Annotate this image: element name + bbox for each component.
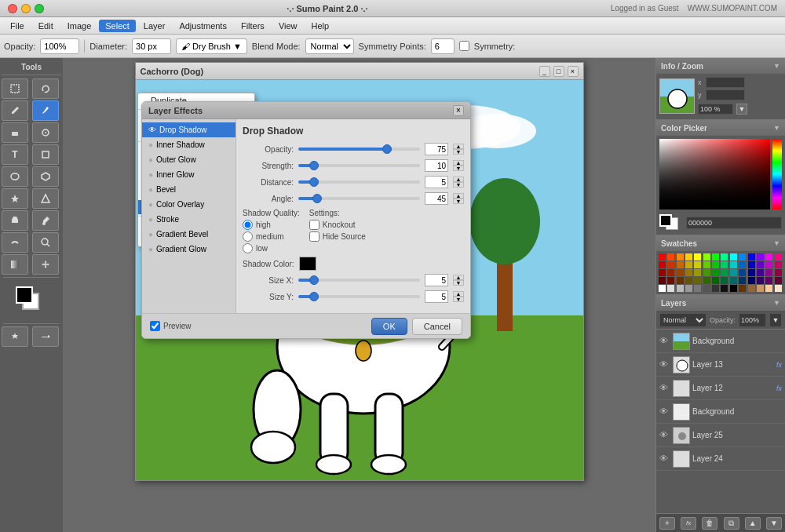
layer-item[interactable]: 👁 Layer 25 [656, 424, 785, 447]
layer-item[interactable]: 👁 Layer 24 [656, 447, 785, 471]
angle-up[interactable]: ▲ [453, 193, 464, 199]
swatch-item[interactable] [677, 285, 684, 292]
tool-gradient[interactable] [2, 254, 28, 275]
swatch-item[interactable] [677, 253, 684, 261]
swatch-item[interactable] [775, 277, 782, 284]
swatch-item[interactable] [677, 261, 684, 268]
swatch-item[interactable] [765, 253, 772, 261]
swatch-item[interactable] [694, 285, 701, 292]
size-x-down[interactable]: ▼ [453, 280, 464, 286]
swatch-item[interactable] [703, 253, 710, 261]
swatch-item[interactable] [712, 253, 719, 261]
swatch-item[interactable] [739, 269, 746, 276]
swatch-item[interactable] [765, 269, 772, 276]
swatch-item[interactable] [739, 285, 746, 292]
hue-spectrum[interactable] [772, 139, 782, 210]
quality-high[interactable]: high [243, 220, 300, 230]
swatch-item[interactable] [757, 285, 764, 292]
swatch-item[interactable] [765, 277, 772, 284]
swatch-item[interactable] [748, 277, 755, 284]
swatch-item[interactable] [703, 285, 710, 292]
shadow-color-swatch[interactable] [299, 257, 316, 271]
effect-color-overlay[interactable]: ● Color Overlay [142, 197, 236, 212]
hex-input[interactable] [686, 217, 782, 229]
swatch-item[interactable] [739, 277, 746, 284]
swatch-item[interactable] [659, 253, 666, 261]
opacity-input[interactable] [40, 38, 79, 54]
layer-item[interactable]: 👁 Background [656, 330, 785, 353]
tool-custom[interactable] [32, 188, 59, 209]
swatch-item[interactable] [775, 285, 782, 292]
angle-spin[interactable]: ▲ ▼ [453, 193, 464, 204]
x-coord-input[interactable] [706, 77, 745, 88]
opacity-down[interactable]: ▼ [453, 149, 464, 155]
effect-drop-shadow[interactable]: 👁 Drop Shadow [142, 122, 236, 137]
brush-selector[interactable]: 🖌 Dry Brush ▼ [176, 38, 247, 54]
swatch-item[interactable] [703, 269, 710, 276]
symmetry-checkbox[interactable] [459, 41, 469, 51]
quality-medium-radio[interactable] [243, 231, 253, 242]
tool-lasso[interactable] [32, 78, 59, 99]
opacity-up[interactable]: ▲ [453, 144, 464, 149]
distance-value[interactable] [425, 176, 448, 188]
swatch-item[interactable] [667, 277, 674, 284]
size-y-up[interactable]: ▲ [453, 291, 464, 297]
menu-file[interactable]: File [4, 20, 31, 32]
swatch-item[interactable] [712, 285, 719, 292]
angle-down[interactable]: ▼ [453, 199, 464, 204]
quality-medium[interactable]: medium [243, 231, 300, 242]
minimize-button[interactable] [21, 4, 31, 13]
swatch-item[interactable] [765, 261, 772, 268]
menu-layer[interactable]: Layer [137, 20, 172, 32]
layer-opacity-input[interactable] [739, 313, 766, 327]
swatch-item[interactable] [677, 277, 684, 284]
canvas-window-controls[interactable]: _ □ × [539, 66, 579, 77]
layer-item[interactable]: 👁 Background [656, 400, 785, 424]
window-controls[interactable] [8, 4, 44, 13]
swatch-item[interactable] [685, 261, 692, 268]
layer-visibility-icon[interactable]: 👁 [659, 336, 670, 347]
effect-inner-shadow[interactable]: ● Inner Shadow [142, 137, 236, 152]
tool-clone[interactable] [32, 122, 59, 143]
size-x-value[interactable] [425, 274, 448, 286]
swatch-item[interactable] [730, 261, 737, 268]
layer-fx-btn[interactable]: fx [681, 517, 696, 530]
swatch-item[interactable] [775, 253, 782, 261]
swatch-item[interactable] [721, 269, 728, 276]
distance-slider[interactable] [298, 180, 420, 184]
menu-filters[interactable]: Filters [235, 20, 271, 32]
swatches-header[interactable]: Swatches ▼ [656, 235, 785, 251]
tool-eraser[interactable] [2, 122, 28, 143]
swatch-item[interactable] [748, 285, 755, 292]
move-up-btn[interactable]: ▲ [745, 517, 761, 530]
maximize-button[interactable] [35, 4, 44, 13]
swatch-item[interactable] [659, 261, 666, 268]
hide-source-checkbox[interactable] [309, 231, 319, 242]
layer-opacity-dropdown[interactable]: ▼ [769, 313, 782, 327]
tool-bucket[interactable] [2, 210, 28, 231]
effect-outer-glow[interactable]: ● Outer Glow [142, 152, 236, 167]
canvas-max-btn[interactable]: □ [553, 66, 564, 77]
swatch-item[interactable] [730, 269, 737, 276]
move-down-btn[interactable]: ▼ [766, 517, 782, 530]
swatch-item[interactable] [765, 285, 772, 292]
swatch-item[interactable] [694, 269, 701, 276]
swatch-item[interactable] [775, 269, 782, 276]
layer-visibility-icon[interactable]: 👁 [659, 430, 670, 441]
swatch-item[interactable] [712, 277, 719, 284]
duplicate-layer-btn[interactable]: ⧉ [724, 517, 739, 530]
swatch-item[interactable] [667, 269, 674, 276]
swatch-item[interactable] [659, 277, 666, 284]
swatch-item[interactable] [721, 253, 728, 261]
swatch-item[interactable] [659, 269, 666, 276]
foreground-color-swatch[interactable] [16, 286, 33, 304]
effect-eye-icon[interactable]: 👁 [148, 126, 156, 134]
swatch-item[interactable] [667, 261, 674, 268]
layers-header[interactable]: Layers ▼ [656, 295, 785, 311]
tool-star[interactable] [2, 188, 28, 209]
blend-mode-select[interactable]: Normal [305, 38, 354, 54]
cancel-button[interactable]: Cancel [412, 318, 462, 335]
swatch-item[interactable] [694, 253, 701, 261]
add-layer-btn[interactable]: + [659, 517, 675, 530]
swatch-item[interactable] [730, 253, 737, 261]
